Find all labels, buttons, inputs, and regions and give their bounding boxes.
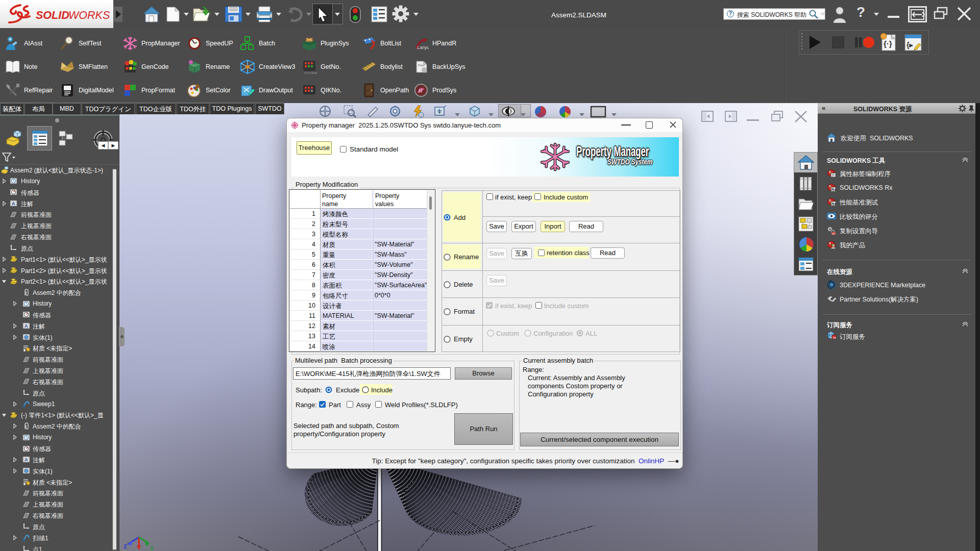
svg-text:SOLID: SOLID bbox=[36, 9, 69, 21]
svg-text:SW: SW bbox=[832, 233, 836, 235]
svg-text:SW: SW bbox=[833, 337, 837, 339]
svg-text:Z: Z bbox=[124, 543, 127, 549]
svg-text:SYSTEM: SYSTEM bbox=[304, 71, 317, 74]
svg-text:Print: Print bbox=[418, 64, 425, 67]
svg-text:S: S bbox=[829, 199, 831, 202]
svg-text:S: S bbox=[829, 185, 831, 188]
svg-text:A: A bbox=[24, 323, 28, 329]
svg-text:{▸: {▸ bbox=[906, 41, 913, 49]
svg-text:Rx: Rx bbox=[831, 188, 836, 191]
svg-text:WORKS: WORKS bbox=[68, 9, 110, 21]
svg-text:S: S bbox=[829, 170, 831, 173]
svg-text:R: R bbox=[419, 88, 422, 94]
svg-text:A: A bbox=[12, 201, 15, 206]
svg-text:Rx: Rx bbox=[831, 202, 836, 206]
svg-text:A: A bbox=[24, 457, 28, 462]
svg-text:S: S bbox=[829, 242, 831, 245]
svg-text:{·}: {·} bbox=[884, 39, 892, 48]
svg-text:Lanyue: Lanyue bbox=[417, 45, 429, 50]
svg-text:Y: Y bbox=[150, 545, 154, 551]
